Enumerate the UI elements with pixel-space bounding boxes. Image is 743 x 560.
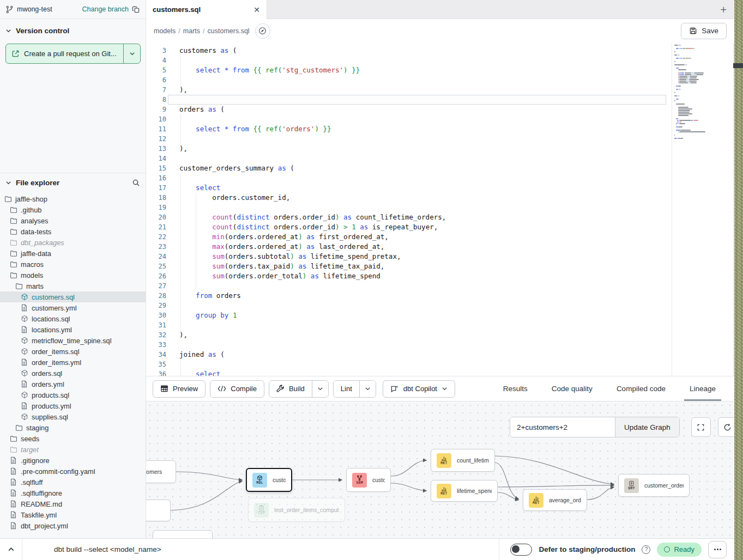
tab-results[interactable]: Results xyxy=(491,376,540,401)
tree-item--gitignore[interactable]: .gitignore xyxy=(0,455,146,466)
lineage-node-test-order-items[interactable]: TSTtest_order_items_compute_to_bools... xyxy=(248,498,345,522)
folder-icon xyxy=(10,228,17,235)
minimap[interactable] xyxy=(672,42,733,376)
defer-toggle[interactable] xyxy=(510,544,532,556)
lineage-node-orders[interactable]: orders xyxy=(146,500,171,521)
file-explorer-title: File explorer xyxy=(16,179,59,187)
pr-dropdown-caret[interactable] xyxy=(124,44,140,63)
more-options-button[interactable] xyxy=(708,541,727,558)
tree-item-models[interactable]: models xyxy=(0,270,146,281)
create-pr-button[interactable]: Create a pull request on Git... xyxy=(5,44,141,64)
tree-item-marts[interactable]: marts xyxy=(0,281,146,291)
lineage-node-customer_order_metrics[interactable]: QRYcustomer_order_metrics xyxy=(618,474,690,497)
lineage-panel[interactable]: stg_customersordersMDLcustomersTSTtest_o… xyxy=(146,401,734,538)
tree-item--sqlfluff[interactable]: .sqlfluff xyxy=(0,477,146,488)
tree-item-jaffle-shop[interactable]: jaffle-shop xyxy=(0,193,146,204)
tree-item-locations-yml[interactable]: locations.yml xyxy=(0,324,146,335)
save-button[interactable]: Save xyxy=(681,23,727,39)
tree-item-seeds[interactable]: seeds xyxy=(0,433,146,444)
tree-item-macros[interactable]: macros xyxy=(0,259,146,270)
new-tab-button[interactable]: ＋ xyxy=(712,0,734,19)
help-icon[interactable]: ? xyxy=(642,545,650,554)
create-pr-label: Create a pull request on Git... xyxy=(24,50,117,58)
code-editor[interactable]: 3customers as (45 select * from {{ ref('… xyxy=(146,42,734,376)
compile-button[interactable]: Compile xyxy=(210,380,264,398)
tree-item-order-items-sql[interactable]: order_items.sql xyxy=(0,346,146,357)
node-badge-met-icon: MET xyxy=(437,484,451,498)
tab-lineage[interactable]: Lineage xyxy=(678,376,728,401)
tree-item-label: target xyxy=(21,446,39,454)
fullscreen-button[interactable] xyxy=(691,417,711,437)
tree-item-customers-sql[interactable]: customers.sql xyxy=(0,291,146,302)
docs-compass-button[interactable] xyxy=(255,23,270,39)
lineage-node-lifetime_spend_pretax[interactable]: METlifetime_spend_pretax xyxy=(431,480,498,502)
editor-pane: customers.sql ✕ ＋ models/marts/customers… xyxy=(146,0,734,538)
tree-item--sqlfluffignore[interactable]: .sqlfluffignore xyxy=(0,488,146,498)
scrollbar-thumb[interactable] xyxy=(733,63,743,68)
build-dropdown-caret[interactable] xyxy=(312,381,328,397)
tree-item-dbt-packages[interactable]: dbt_packages xyxy=(0,237,146,248)
tree-item--pre-commit-config-yaml[interactable]: .pre-commit-config.yaml xyxy=(0,466,146,477)
search-icon[interactable] xyxy=(132,179,140,187)
tree-item-order-items-yml[interactable]: order_items.yml xyxy=(0,357,146,368)
tree-item-customers-yml[interactable]: customers.yml xyxy=(0,302,146,313)
tree-item-jaffle-data[interactable]: jaffle-data xyxy=(0,248,146,259)
code-line-12: 12 xyxy=(146,134,734,144)
code-line-10: 10 xyxy=(146,114,734,124)
file-explorer-header[interactable]: File explorer xyxy=(0,173,146,191)
close-icon[interactable]: ✕ xyxy=(253,6,260,14)
node-label: customers xyxy=(273,477,286,483)
update-graph-button[interactable]: Update Graph xyxy=(615,417,679,437)
lineage-node-stg_customers[interactable]: stg_customers xyxy=(146,460,176,483)
version-control-header[interactable]: Version control xyxy=(0,19,146,39)
refresh-button[interactable] xyxy=(718,417,734,437)
lineage-node-customers-semantic[interactable]: SEMcustomers xyxy=(346,468,391,492)
tree-item-target[interactable]: target xyxy=(0,444,146,455)
model-icon xyxy=(21,293,28,301)
tab-bar: customers.sql ✕ ＋ xyxy=(146,0,734,19)
tree-item-metricflow-time-spine-sql[interactable]: metricflow_time_spine.sql xyxy=(0,335,146,346)
tree-item-supplies-sql[interactable]: supplies.sql xyxy=(0,411,146,422)
preview-button[interactable]: Preview xyxy=(153,380,206,398)
model-icon xyxy=(21,369,28,377)
lineage-node-count_lifetime_orders[interactable]: METcount_lifetime_orders xyxy=(431,449,495,472)
tab-code-quality[interactable]: Code quality xyxy=(540,376,605,401)
code-line-35: 35 xyxy=(146,360,734,369)
tree-item-label: data-tests xyxy=(21,228,51,236)
tree-item-label: Taskfile.yml xyxy=(21,511,57,519)
tree-item-label: customers.sql xyxy=(32,293,75,301)
tree-item-products-sql[interactable]: products.sql xyxy=(0,389,146,400)
build-button[interactable]: Build xyxy=(269,381,312,397)
lineage-node-customers-model[interactable]: MDLcustomers xyxy=(246,468,292,492)
lineage-selector-input[interactable] xyxy=(510,417,615,437)
node-label: test_order_items_compute_to_bools... xyxy=(274,507,339,513)
tree-item-readme-md[interactable]: README.md xyxy=(0,498,146,509)
tree-item-data-tests[interactable]: data-tests xyxy=(0,226,146,237)
code-line-25: 25 sum(orders.tax_paid) as lifetime_tax_… xyxy=(146,261,734,271)
tree-item--github[interactable]: .github xyxy=(0,204,146,215)
file-icon xyxy=(21,358,28,366)
tree-item-orders-sql[interactable]: orders.sql xyxy=(0,368,146,379)
tree-item-orders-yml[interactable]: orders.yml xyxy=(0,379,146,389)
copy-icon[interactable] xyxy=(132,5,140,14)
tree-item-dbt-project-yml[interactable]: dbt_project.yml xyxy=(0,520,146,531)
lineage-node-partial-node[interactable] xyxy=(153,530,213,538)
cli-command[interactable]: dbt build --select <model_name> xyxy=(54,545,161,553)
lint-button[interactable]: Lint xyxy=(334,381,359,397)
lineage-node-average_order_value[interactable]: METaverage_order_value xyxy=(523,489,587,511)
tree-item-products-yml[interactable]: products.yml xyxy=(0,400,146,411)
change-branch-link[interactable]: Change branch xyxy=(82,5,129,13)
code-icon xyxy=(218,385,226,392)
tab-customers-sql[interactable]: customers.sql ✕ xyxy=(146,0,267,19)
tree-item-taskfile-yml[interactable]: Taskfile.yml xyxy=(0,509,146,520)
lint-dropdown-caret[interactable] xyxy=(359,381,376,397)
code-line-22: 22 min(orders.ordered_at) as first_order… xyxy=(146,232,734,242)
tree-item-staging[interactable]: staging xyxy=(0,422,146,433)
tree-item-analyses[interactable]: analyses xyxy=(0,215,146,226)
tab-compiled-code[interactable]: Compiled code xyxy=(605,376,678,401)
collapse-chevron-icon[interactable] xyxy=(0,546,22,553)
file-icon xyxy=(21,380,28,388)
refresh-icon xyxy=(723,423,732,431)
tree-item-locations-sql[interactable]: locations.sql xyxy=(0,313,146,324)
dbt-copilot-button[interactable]: dbt Copilot xyxy=(383,380,455,398)
